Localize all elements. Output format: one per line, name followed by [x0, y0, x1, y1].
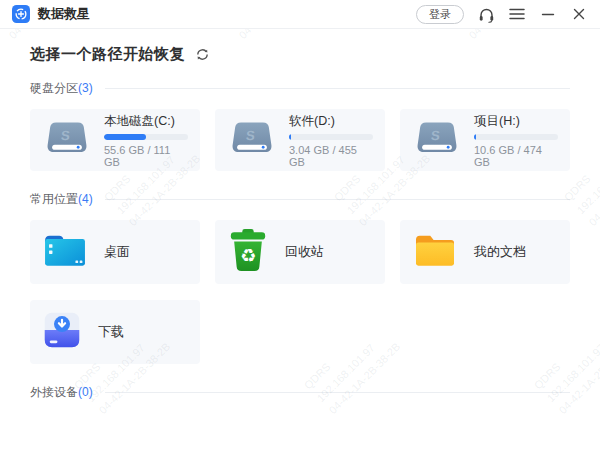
section-divider	[105, 392, 570, 393]
location-label: 回收站	[285, 243, 324, 261]
drive-info: 软件(D:) 3.04 GB / 455 GB	[289, 113, 373, 168]
downloads-icon	[42, 310, 82, 354]
capacity-progress-bar	[289, 134, 373, 140]
drive-card-d[interactable]: S 软件(D:) 3.04 GB / 455 GB	[215, 109, 385, 171]
app-window: 数据救星 登录	[0, 0, 600, 454]
section-header-external: 外接设备(0)	[30, 384, 570, 401]
app-title: 数据救星	[38, 5, 90, 23]
hard-drive-icon: S	[227, 118, 277, 162]
locations-grid: 桌面 ♻ 回收站	[30, 220, 570, 364]
recycle-bin-icon: ♻	[227, 228, 269, 276]
drive-name: 软件(D:)	[289, 113, 373, 130]
drive-capacity: 10.6 GB / 474 GB	[474, 144, 558, 168]
recycle-glyph: ♻	[240, 245, 256, 266]
titlebar: 数据救星 登录	[0, 0, 600, 29]
titlebar-actions: 登录	[416, 5, 588, 24]
capacity-progress-fill	[104, 134, 146, 140]
location-card-recycle-bin[interactable]: ♻ 回收站	[215, 220, 385, 284]
capacity-progress-bar	[474, 134, 558, 140]
svg-text:S: S	[430, 128, 441, 143]
section-count: (3)	[78, 81, 93, 95]
location-label: 桌面	[104, 243, 130, 261]
hard-drive-icon: S	[42, 118, 92, 162]
drive-name: 本地磁盘(C:)	[104, 113, 188, 130]
section-label: 硬盘分区(3)	[30, 80, 93, 97]
svg-text:S: S	[245, 128, 256, 143]
drive-name: 项目(H:)	[474, 113, 558, 130]
section-label: 常用位置(4)	[30, 191, 93, 208]
location-card-desktop[interactable]: 桌面	[30, 220, 200, 284]
drive-info: 本地磁盘(C:) 55.6 GB / 111 GB	[104, 113, 188, 168]
refresh-icon[interactable]	[195, 47, 211, 63]
hard-drive-icon: S	[412, 118, 462, 162]
location-label: 下载	[98, 323, 124, 341]
capacity-progress-bar	[104, 134, 188, 140]
page-title: 选择一个路径开始恢复	[30, 45, 185, 64]
app-identity: 数据救星	[12, 5, 90, 23]
capacity-progress-fill	[289, 134, 291, 140]
drive-capacity: 55.6 GB / 111 GB	[104, 144, 188, 168]
close-icon[interactable]	[570, 5, 588, 23]
drives-grid: S 本地磁盘(C:) 55.6 GB / 111 GB S	[30, 109, 570, 171]
heading-row: 选择一个路径开始恢复	[30, 45, 570, 64]
section-header-drives: 硬盘分区(3)	[30, 80, 570, 97]
headset-icon[interactable]	[477, 5, 495, 23]
app-logo-icon	[12, 5, 30, 23]
drive-capacity: 3.04 GB / 455 GB	[289, 144, 373, 168]
section-divider	[105, 88, 570, 89]
section-count: (0)	[78, 385, 93, 399]
location-card-downloads[interactable]: 下载	[30, 300, 200, 364]
section-divider	[105, 199, 570, 200]
section-count: (4)	[78, 192, 93, 206]
section-label: 外接设备(0)	[30, 384, 93, 401]
menu-icon[interactable]	[508, 5, 526, 23]
location-card-documents[interactable]: 我的文档	[400, 220, 570, 284]
main-content: 选择一个路径开始恢复 硬盘分区(3)	[0, 29, 600, 401]
section-header-locations: 常用位置(4)	[30, 191, 570, 208]
location-label: 我的文档	[474, 243, 526, 261]
svg-text:S: S	[60, 128, 71, 143]
drive-card-c[interactable]: S 本地磁盘(C:) 55.6 GB / 111 GB	[30, 109, 200, 171]
capacity-progress-fill	[474, 134, 476, 140]
documents-folder-icon	[412, 231, 458, 273]
minimize-icon[interactable]	[539, 5, 557, 23]
login-button[interactable]: 登录	[416, 5, 464, 24]
drive-info: 项目(H:) 10.6 GB / 474 GB	[474, 113, 558, 168]
desktop-folder-icon	[42, 231, 88, 273]
drive-card-h[interactable]: S 项目(H:) 10.6 GB / 474 GB	[400, 109, 570, 171]
